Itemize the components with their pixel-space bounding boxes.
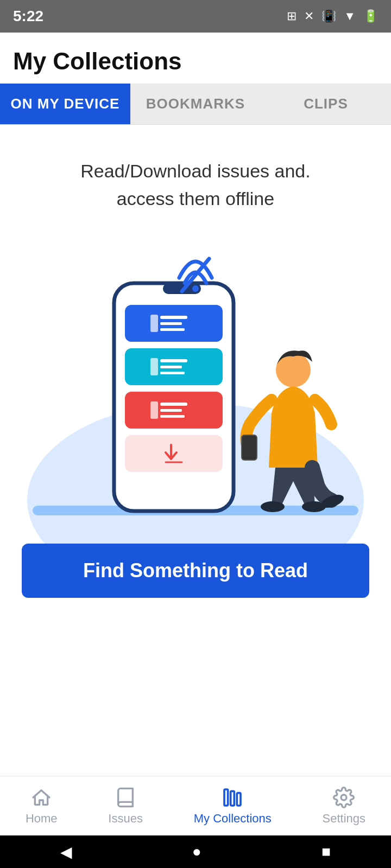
main-content: Read/Download issues and. access them of… bbox=[0, 125, 391, 620]
svg-rect-16 bbox=[160, 409, 182, 412]
collections-icon bbox=[222, 787, 243, 808]
svg-rect-7 bbox=[160, 328, 185, 331]
svg-rect-24 bbox=[242, 435, 257, 460]
settings-icon bbox=[333, 787, 355, 808]
tab-clips[interactable]: CLIPS bbox=[261, 84, 391, 124]
description-text: Read/Download issues and. access them of… bbox=[80, 157, 310, 213]
status-bar: 5:22 ⊞ ✕ 📳 ▼ 🔋 bbox=[0, 0, 391, 33]
svg-point-25 bbox=[261, 501, 285, 512]
nav-label-issues: Issues bbox=[108, 812, 143, 826]
svg-rect-19 bbox=[125, 435, 223, 472]
svg-rect-12 bbox=[160, 372, 185, 374]
nav-item-settings[interactable]: Settings bbox=[323, 787, 366, 826]
nav-item-issues[interactable]: Issues bbox=[108, 787, 143, 826]
page-title: My Collections bbox=[13, 48, 378, 75]
svg-point-31 bbox=[341, 795, 346, 800]
nav-label-home: Home bbox=[26, 812, 58, 826]
book-icon bbox=[115, 787, 136, 808]
svg-point-21 bbox=[192, 285, 199, 292]
illustration bbox=[22, 240, 369, 544]
home-button[interactable]: ● bbox=[192, 843, 201, 860]
svg-rect-29 bbox=[231, 791, 235, 806]
nav-label-collections: My Collections bbox=[194, 812, 272, 826]
system-bar: ◀ ● ■ bbox=[0, 835, 391, 868]
nav-item-my-collections[interactable]: My Collections bbox=[194, 787, 272, 826]
teams-icon: ⊞ bbox=[287, 9, 297, 23]
tab-bookmarks[interactable]: BOOKMARKS bbox=[130, 84, 261, 124]
svg-rect-28 bbox=[224, 789, 228, 806]
vibrate-icon: 📳 bbox=[321, 9, 336, 23]
nav-item-home[interactable]: Home bbox=[26, 787, 58, 826]
tabs-container: ON MY DEVICE BOOKMARKS CLIPS bbox=[0, 84, 391, 125]
wifi-icon: ▼ bbox=[344, 9, 356, 23]
svg-rect-18 bbox=[150, 401, 158, 419]
recents-button[interactable]: ■ bbox=[321, 843, 331, 860]
find-something-button[interactable]: Find Something to Read bbox=[22, 544, 369, 598]
back-button[interactable]: ◀ bbox=[60, 843, 72, 861]
battery-icon: 🔋 bbox=[363, 9, 378, 23]
svg-rect-11 bbox=[160, 366, 182, 368]
svg-rect-5 bbox=[160, 316, 187, 319]
nav-label-settings: Settings bbox=[323, 812, 366, 826]
status-time: 5:22 bbox=[13, 8, 43, 25]
svg-rect-17 bbox=[160, 415, 185, 418]
svg-rect-30 bbox=[237, 793, 241, 805]
svg-rect-13 bbox=[150, 358, 158, 375]
status-icons: ⊞ ✕ 📳 ▼ 🔋 bbox=[287, 9, 378, 23]
home-icon bbox=[30, 787, 52, 808]
notification-icon: ✕ bbox=[304, 9, 314, 23]
svg-rect-8 bbox=[150, 315, 158, 332]
svg-rect-10 bbox=[160, 359, 187, 362]
svg-rect-15 bbox=[160, 403, 187, 406]
bottom-nav: Home Issues My Collections Settings bbox=[0, 776, 391, 835]
header: My Collections bbox=[0, 33, 391, 84]
tab-on-my-device[interactable]: ON MY DEVICE bbox=[0, 84, 130, 124]
svg-rect-6 bbox=[160, 322, 182, 325]
